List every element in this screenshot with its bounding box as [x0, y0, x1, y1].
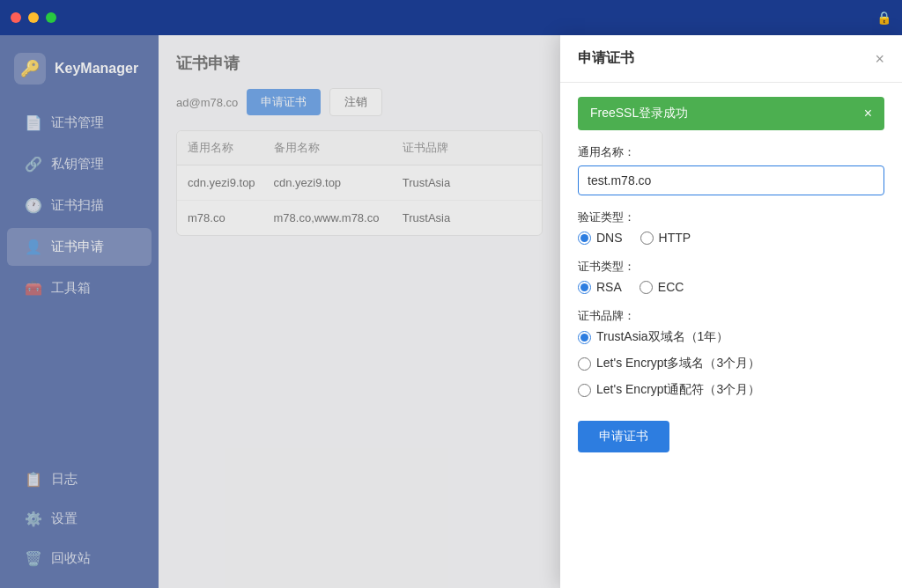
dialog-title: 申请证书 — [578, 49, 634, 68]
common-name-field: 通用名称： — [578, 144, 884, 195]
verify-type-radio-group: DNS HTTP — [578, 231, 884, 245]
verify-type-label: 验证类型： — [578, 209, 884, 225]
dialog-apply-button[interactable]: 申请证书 — [578, 421, 669, 452]
verify-http-label: HTTP — [659, 231, 691, 245]
notice-text: FreeSSL登录成功 — [590, 106, 688, 121]
verify-http-radio[interactable] — [640, 232, 654, 245]
modal-overlay — [0, 35, 560, 588]
dot-yellow[interactable] — [28, 12, 39, 23]
brand-letsencrypt-wildcard-option[interactable]: Let's Encrypt通配符（3个月） — [578, 382, 884, 398]
apply-cert-dialog: 申请证书 × FreeSSL登录成功 × 通用名称： 验证类型： DNS HT — [560, 35, 902, 588]
verify-http-option[interactable]: HTTP — [640, 231, 691, 245]
brand-trustasia-radio[interactable] — [578, 331, 591, 344]
verify-dns-option[interactable]: DNS — [578, 231, 623, 245]
notice-close-button[interactable]: × — [864, 106, 872, 121]
dot-green[interactable] — [46, 12, 56, 23]
cert-brand-radio-group: TrustAsia双域名（1年） Let's Encrypt多域名（3个月） L… — [578, 329, 884, 398]
cert-rsa-label: RSA — [596, 280, 622, 294]
brand-letsencrypt-multi-option[interactable]: Let's Encrypt多域名（3个月） — [578, 356, 884, 371]
dialog-body: FreeSSL登录成功 × 通用名称： 验证类型： DNS HTTP — [560, 83, 902, 588]
brand-letsencrypt-multi-radio[interactable] — [578, 357, 591, 371]
cert-rsa-option[interactable]: RSA — [578, 280, 622, 294]
common-name-label: 通用名称： — [578, 144, 884, 160]
success-notice: FreeSSL登录成功 × — [578, 97, 884, 130]
cert-brand-field: 证书品牌： TrustAsia双域名（1年） Let's Encrypt多域名（… — [578, 308, 884, 398]
cert-type-label: 证书类型： — [578, 259, 884, 275]
verify-dns-label: DNS — [596, 231, 623, 245]
dialog-header: 申请证书 × — [560, 35, 902, 83]
common-name-input[interactable] — [578, 165, 884, 195]
dialog-close-button[interactable]: × — [875, 51, 884, 67]
brand-letsencrypt-wildcard-radio[interactable] — [578, 384, 591, 397]
verify-dns-radio[interactable] — [578, 232, 591, 245]
brand-trustasia-option[interactable]: TrustAsia双域名（1年） — [578, 329, 884, 345]
cert-brand-label: 证书品牌： — [578, 308, 884, 324]
brand-letsencrypt-wildcard-label: Let's Encrypt通配符（3个月） — [596, 382, 760, 398]
cert-rsa-radio[interactable] — [578, 281, 591, 294]
brand-letsencrypt-multi-label: Let's Encrypt多域名（3个月） — [596, 356, 760, 371]
titlebar: 🔒 — [0, 0, 902, 35]
dot-red[interactable] — [11, 12, 21, 23]
cert-ecc-radio[interactable] — [640, 281, 653, 294]
brand-trustasia-label: TrustAsia双域名（1年） — [596, 329, 728, 345]
verify-type-field: 验证类型： DNS HTTP — [578, 209, 884, 245]
lock-icon: 🔒 — [876, 11, 891, 25]
cert-ecc-label: ECC — [658, 280, 684, 294]
cert-type-radio-group: RSA ECC — [578, 280, 884, 294]
cert-type-field: 证书类型： RSA ECC — [578, 259, 884, 294]
cert-ecc-option[interactable]: ECC — [640, 280, 684, 294]
